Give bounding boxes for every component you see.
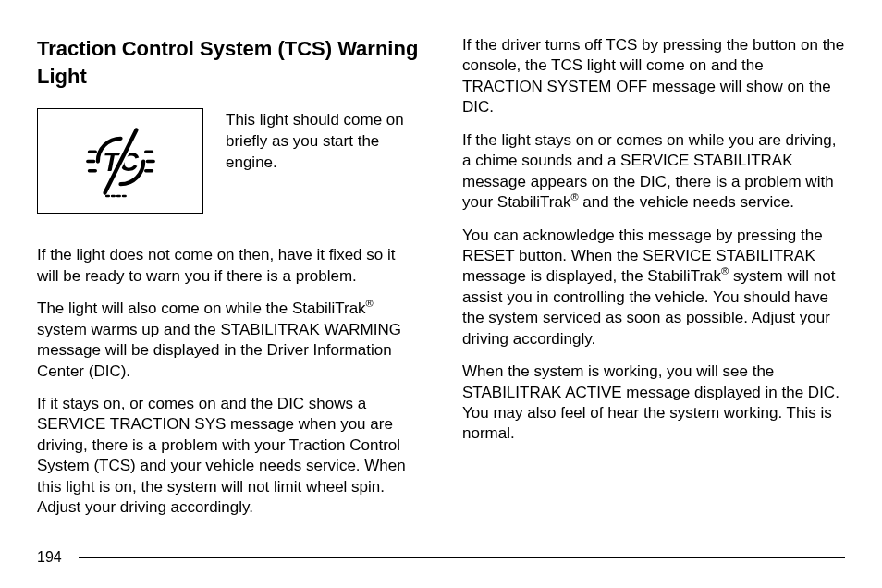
section-heading: Traction Control System (TCS) Warning Li… (37, 35, 420, 90)
tcs-warning-light-icon: TC (81, 122, 160, 201)
warning-light-icon-box: TC (37, 108, 203, 214)
icon-caption: This light should come on briefly as you… (226, 108, 420, 174)
body-paragraph: You can acknowledge this message by pres… (462, 226, 845, 350)
body-paragraph: If it stays on, or comes on and the DIC … (37, 394, 420, 519)
body-paragraph: If the light does not come on then, have… (37, 245, 420, 287)
body-paragraph: If the driver turns off TCS by pressing … (462, 35, 845, 118)
page-number: 194 (37, 549, 62, 566)
body-paragraph: If the light stays on or comes on while … (462, 130, 845, 214)
icon-row: TC This light should come on briefly as … (37, 108, 420, 214)
left-column: Traction Control System (TCS) Warning Li… (37, 35, 420, 531)
body-paragraph: When the system is working, you will see… (462, 361, 845, 445)
page-footer: 194 (37, 549, 845, 566)
footer-divider (79, 557, 845, 558)
right-column: If the driver turns off TCS by pressing … (462, 35, 845, 531)
body-paragraph: The light will also come on while the St… (37, 299, 420, 382)
